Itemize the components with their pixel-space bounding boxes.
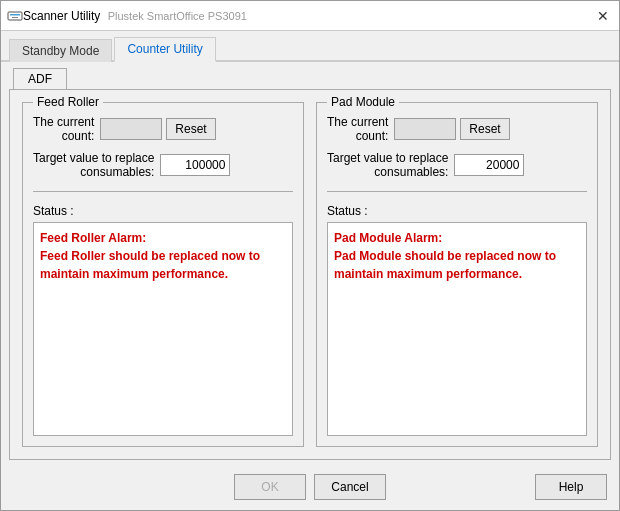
feed-roller-count-label: The currentcount:	[33, 115, 94, 143]
pad-module-reset-button[interactable]: Reset	[460, 118, 509, 140]
cancel-button[interactable]: Cancel	[314, 474, 386, 500]
title-bar: Scanner Utility Plustek SmartOffice PS30…	[1, 1, 619, 31]
pad-module-count-row: The currentcount: Reset	[327, 115, 587, 143]
feed-roller-count-input[interactable]	[100, 118, 162, 140]
feed-roller-divider	[33, 191, 293, 192]
feed-roller-count-row: The currentcount: Reset	[33, 115, 293, 143]
pad-module-legend: Pad Module	[327, 95, 399, 109]
window-subtitle: Plustek SmartOffice PS3091	[108, 10, 247, 22]
tab-adf[interactable]: ADF	[13, 68, 67, 89]
feed-roller-status-label: Status :	[33, 204, 293, 218]
feed-roller-target-input[interactable]	[160, 154, 230, 176]
ok-button[interactable]: OK	[234, 474, 306, 500]
pad-module-target-label: Target value to replaceconsumables:	[327, 151, 448, 179]
pad-module-target-input[interactable]	[454, 154, 524, 176]
panels-row: Feed Roller The currentcount: Reset Targ…	[22, 102, 598, 447]
feed-roller-legend: Feed Roller	[33, 95, 103, 109]
svg-rect-1	[10, 14, 20, 16]
feed-roller-target-row: Target value to replaceconsumables:	[33, 151, 293, 179]
tab-bar: Standby Mode Counter Utility	[1, 31, 619, 62]
main-window: Scanner Utility Plustek SmartOffice PS30…	[0, 0, 620, 511]
scanner-icon	[7, 8, 23, 24]
pad-module-alarm-line2: Pad Module should be replaced now to mai…	[334, 249, 556, 281]
pad-module-alarm-line1: Pad Module Alarm:	[334, 231, 442, 245]
pad-module-status-label: Status :	[327, 204, 587, 218]
tab-counter[interactable]: Counter Utility	[114, 37, 215, 62]
pad-module-status-box: Pad Module Alarm: Pad Module should be r…	[327, 222, 587, 436]
tab-standby[interactable]: Standby Mode	[9, 39, 112, 62]
pad-module-count-label: The currentcount:	[327, 115, 388, 143]
footer: OK Cancel Help	[1, 468, 619, 510]
content-area: Feed Roller The currentcount: Reset Targ…	[9, 89, 611, 460]
inner-tab-bar: ADF	[1, 62, 619, 89]
feed-roller-status-box: Feed Roller Alarm: Feed Roller should be…	[33, 222, 293, 436]
svg-rect-0	[8, 12, 22, 20]
feed-roller-status-section: Status : Feed Roller Alarm: Feed Roller …	[33, 204, 293, 436]
feed-roller-alarm-line2: Feed Roller should be replaced now to ma…	[40, 249, 260, 281]
pad-module-status-section: Status : Pad Module Alarm: Pad Module sh…	[327, 204, 587, 436]
pad-module-divider	[327, 191, 587, 192]
pad-module-target-row: Target value to replaceconsumables:	[327, 151, 587, 179]
feed-roller-panel: Feed Roller The currentcount: Reset Targ…	[22, 102, 304, 447]
help-button[interactable]: Help	[535, 474, 607, 500]
pad-module-alarm-text: Pad Module Alarm: Pad Module should be r…	[334, 229, 580, 283]
feed-roller-alarm-text: Feed Roller Alarm: Feed Roller should be…	[40, 229, 286, 283]
feed-roller-reset-button[interactable]: Reset	[166, 118, 215, 140]
title-bar-text: Scanner Utility Plustek SmartOffice PS30…	[23, 9, 593, 23]
close-button[interactable]: ✕	[593, 6, 613, 26]
window-title: Scanner Utility	[23, 9, 100, 23]
pad-module-panel: Pad Module The currentcount: Reset Targe…	[316, 102, 598, 447]
svg-rect-2	[12, 17, 18, 18]
pad-module-count-input[interactable]	[394, 118, 456, 140]
feed-roller-alarm-line1: Feed Roller Alarm:	[40, 231, 146, 245]
feed-roller-target-label: Target value to replaceconsumables:	[33, 151, 154, 179]
